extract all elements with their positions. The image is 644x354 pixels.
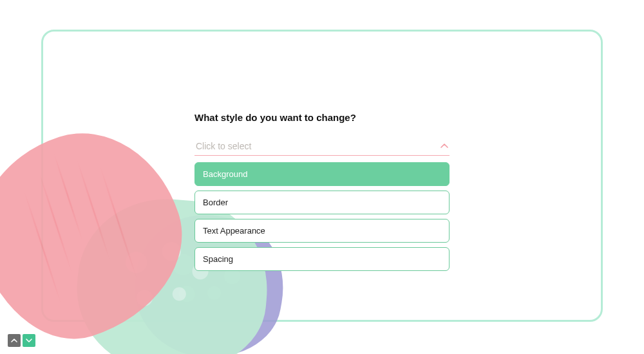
style-select-field[interactable]: Click to select: [194, 141, 450, 156]
option-label: Border: [203, 198, 228, 207]
chevron-up-icon: [440, 142, 448, 150]
question-heading: What style do you want to change?: [194, 112, 450, 123]
next-button[interactable]: [23, 334, 35, 347]
option-background[interactable]: Background: [194, 162, 450, 186]
chevron-up-icon: [11, 335, 17, 346]
prev-button[interactable]: [8, 334, 21, 347]
select-placeholder: Click to select: [196, 141, 251, 151]
option-label: Background: [203, 169, 247, 179]
nav-buttons: [8, 334, 35, 347]
option-border[interactable]: Border: [194, 191, 450, 214]
option-label: Text Appearance: [203, 226, 265, 236]
question-block: What style do you want to change? Click …: [194, 112, 450, 275]
option-spacing[interactable]: Spacing: [194, 247, 450, 271]
option-text-appearance[interactable]: Text Appearance: [194, 219, 450, 243]
option-label: Spacing: [203, 254, 233, 264]
chevron-down-icon: [26, 335, 32, 346]
options-list: Background Border Text Appearance Spacin…: [194, 162, 450, 271]
